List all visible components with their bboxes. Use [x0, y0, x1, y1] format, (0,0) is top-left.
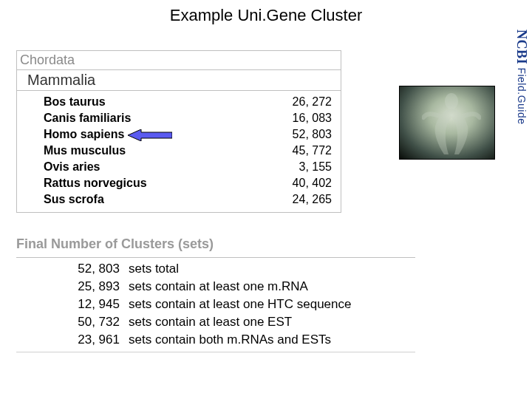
- table-row: Sus scrofa 24, 265: [17, 191, 341, 208]
- cluster-count: 12, 945: [16, 297, 129, 312]
- cluster-count: 25, 893: [16, 279, 129, 294]
- species-count: 24, 265: [265, 193, 341, 206]
- table-row: Mus musculus 45, 772: [17, 143, 341, 159]
- table-row: Bos taurus 26, 272: [17, 94, 341, 110]
- cluster-count: 50, 732: [16, 315, 129, 330]
- divider: [16, 257, 415, 258]
- species-name: Homo sapiens: [17, 128, 265, 141]
- table-row: 52, 803 sets total: [16, 260, 415, 278]
- class-label: Mammalia: [17, 70, 341, 91]
- table-row: 12, 945 sets contain at least one HTC se…: [16, 296, 415, 313]
- table-row: Rattus norvegicus 40, 402: [17, 175, 341, 191]
- divider: [16, 352, 415, 352]
- species-count: 3, 155: [265, 160, 341, 174]
- species-count: 45, 772: [265, 144, 341, 157]
- table-row: 50, 732 sets contain at least one EST: [16, 313, 415, 331]
- anatomy-figure-thumbnail: [399, 86, 495, 160]
- species-count: 26, 272: [265, 95, 341, 109]
- cluster-desc: sets contain at least one EST: [129, 315, 415, 330]
- species-name: Bos taurus: [17, 95, 265, 109]
- species-count: 52, 803: [265, 128, 341, 141]
- human-figure-icon: [422, 91, 481, 157]
- species-list: Bos taurus 26, 272 Canis familiaris 16, …: [17, 91, 341, 212]
- page-title: Example Uni.Gene Cluster: [0, 6, 532, 25]
- cluster-desc: sets contain at least one HTC sequence: [129, 297, 415, 312]
- phylum-label: Chordata: [17, 51, 341, 70]
- field-guide-label: Field.Guide: [516, 64, 528, 124]
- highlight-arrow-icon: [128, 129, 172, 141]
- table-row: Canis familiaris 16, 083: [17, 110, 341, 126]
- cluster-desc: sets contain at least one m.RNA: [129, 279, 415, 294]
- species-name: Canis familiaris: [17, 112, 265, 125]
- species-name: Sus scrofa: [17, 193, 265, 206]
- cluster-desc: sets contain both m.RNAs and ESTs: [129, 332, 415, 347]
- ncbi-label: NCBI: [514, 30, 529, 64]
- species-name: Mus musculus: [17, 144, 265, 157]
- ncbi-field-guide-label: NCBI Field.Guide: [514, 30, 529, 125]
- table-row: Ovis aries 3, 155: [17, 159, 341, 175]
- species-count: 16, 083: [265, 112, 341, 125]
- species-name: Rattus norvegicus: [17, 177, 265, 190]
- table-row: 25, 893 sets contain at least one m.RNA: [16, 278, 415, 296]
- species-name-text: Homo sapiens: [44, 128, 124, 140]
- cluster-desc: sets total: [129, 262, 415, 276]
- final-clusters-list: 52, 803 sets total 25, 893 sets contain …: [16, 260, 415, 349]
- table-row: 23, 961 sets contain both m.RNAs and EST…: [16, 331, 415, 349]
- table-row: Homo sapiens 52, 803: [17, 126, 341, 143]
- cluster-count: 23, 961: [16, 332, 129, 347]
- svg-point-1: [445, 93, 458, 109]
- final-clusters-heading: Final Number of Clusters (sets): [16, 236, 214, 252]
- svg-marker-0: [128, 129, 172, 141]
- taxonomy-table: Chordata Mammalia Bos taurus 26, 272 Can…: [16, 50, 341, 213]
- cluster-count: 52, 803: [16, 262, 129, 276]
- species-count: 40, 402: [265, 177, 341, 190]
- species-name: Ovis aries: [17, 160, 265, 174]
